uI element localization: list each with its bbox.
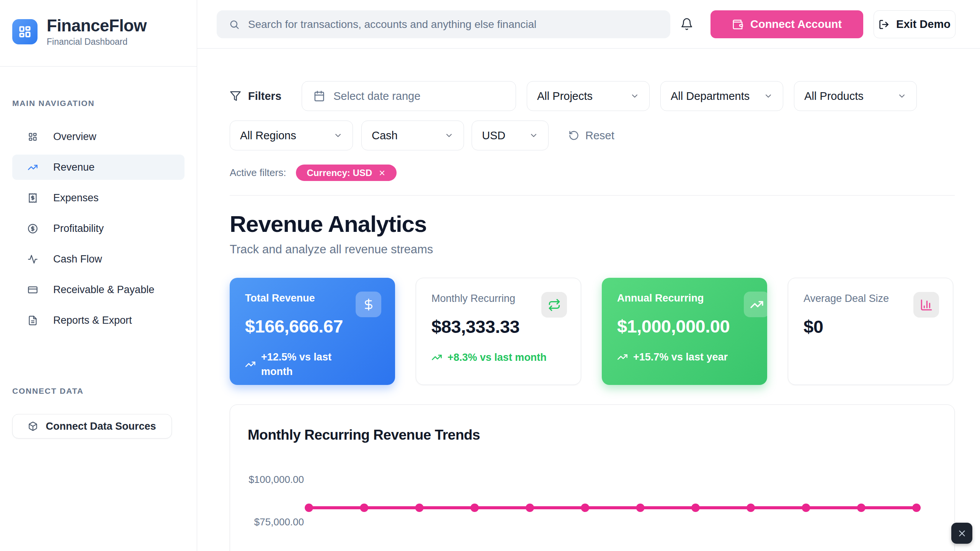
dismiss-demo-button[interactable] bbox=[951, 523, 972, 544]
departments-select[interactable]: All Departments bbox=[660, 81, 783, 111]
exit-demo-button[interactable]: Exit Demo bbox=[874, 10, 956, 38]
sidebar-item-label: Expenses bbox=[53, 192, 99, 204]
cube-icon bbox=[28, 421, 38, 431]
stat-value: $83,333.33 bbox=[431, 316, 565, 337]
reset-label: Reset bbox=[585, 129, 614, 142]
filters-row-2: All Regions Cash USD Reset bbox=[230, 121, 955, 150]
bell-icon bbox=[680, 18, 693, 32]
sidebar-item-profitability[interactable]: Profitability bbox=[12, 216, 185, 241]
filter-chip-label: Currency: USD bbox=[307, 168, 372, 178]
date-range-input[interactable]: Select date range bbox=[302, 81, 516, 111]
dashboard-grid-icon bbox=[28, 132, 38, 142]
data-point-marker[interactable] bbox=[912, 504, 921, 512]
stat-label: Annual Recurring bbox=[617, 292, 752, 304]
brand: FinanceFlow Financial Dashboard bbox=[0, 0, 197, 47]
projects-select[interactable]: All Projects bbox=[527, 81, 650, 111]
data-point-marker[interactable] bbox=[857, 504, 866, 512]
sidebar-item-cash-flow[interactable]: Cash Flow bbox=[12, 246, 185, 272]
reset-filters-button[interactable]: Reset bbox=[568, 129, 614, 142]
sidebar-item-receivable-payable[interactable]: Receivable & Payable bbox=[12, 277, 185, 302]
stat-value: $0 bbox=[804, 316, 938, 337]
search-input[interactable] bbox=[248, 18, 658, 31]
data-point-marker[interactable] bbox=[360, 504, 368, 512]
stat-trend: +15.7% vs last year bbox=[617, 350, 752, 364]
page-title: Revenue Analytics bbox=[230, 211, 955, 237]
stat-value: $1,000,000.00 bbox=[617, 316, 752, 337]
app-title: FinanceFlow bbox=[47, 16, 147, 35]
data-point-marker[interactable] bbox=[746, 504, 755, 512]
stat-value: $166,666.67 bbox=[245, 316, 380, 337]
stat-trend-text: +8.3% vs last month bbox=[448, 350, 547, 365]
stat-trend-text: +12.5% vs last month bbox=[261, 350, 361, 379]
chart-panel: Monthly Recurring Revenue Trends $100,00… bbox=[230, 404, 955, 551]
x-icon[interactable] bbox=[378, 169, 386, 177]
data-point-marker[interactable] bbox=[802, 504, 810, 512]
active-filters-label: Active filters: bbox=[230, 167, 286, 179]
sidebar-item-expenses[interactable]: Expenses bbox=[12, 185, 185, 210]
dollar-sign-icon bbox=[356, 292, 381, 317]
chevron-down-icon bbox=[764, 91, 773, 101]
wallet-icon bbox=[732, 19, 743, 30]
sidebar-item-label: Reports & Export bbox=[53, 315, 132, 326]
stat-cards: Total Revenue $166,666.67 +12.5% vs last… bbox=[230, 278, 955, 385]
currency-select[interactable]: USD bbox=[472, 121, 549, 150]
activity-icon bbox=[28, 254, 38, 264]
nav-section-label: MAIN NAVIGATION bbox=[0, 99, 197, 108]
chevron-down-icon bbox=[529, 131, 538, 140]
x-icon bbox=[957, 528, 967, 538]
calendar-icon bbox=[314, 90, 325, 102]
sidebar-item-label: Profitability bbox=[53, 223, 104, 235]
products-select[interactable]: All Products bbox=[794, 81, 917, 111]
sidebar-item-reports-export[interactable]: Reports & Export bbox=[12, 308, 185, 333]
active-filters-row: Active filters: Currency: USD bbox=[230, 165, 955, 181]
trending-up-icon bbox=[744, 292, 767, 317]
stat-trend: +8.3% vs last month bbox=[431, 350, 565, 365]
stat-card-average-deal-size: Average Deal Size $0 bbox=[788, 278, 953, 385]
trending-up-icon bbox=[617, 352, 628, 362]
exit-demo-label: Exit Demo bbox=[896, 18, 951, 31]
date-range-placeholder: Select date range bbox=[333, 90, 420, 103]
data-point-marker[interactable] bbox=[581, 504, 589, 512]
filters-row-1: Filters Select date range All Projects A… bbox=[230, 81, 955, 111]
data-point-marker[interactable] bbox=[526, 504, 534, 512]
topbar: Connect Account Exit Demo bbox=[197, 0, 980, 49]
search-icon bbox=[229, 19, 240, 30]
data-point-marker[interactable] bbox=[470, 504, 479, 512]
sidebar: FinanceFlow Financial Dashboard MAIN NAV… bbox=[0, 0, 197, 551]
data-point-marker[interactable] bbox=[305, 504, 313, 512]
regions-select-value: All Regions bbox=[240, 129, 296, 142]
data-point-marker[interactable] bbox=[636, 504, 645, 512]
stat-card-annual-recurring: Annual Recurring $1,000,000.00 +15.7% vs… bbox=[602, 278, 767, 385]
receipt-icon bbox=[28, 193, 38, 203]
connect-data-sources-button[interactable]: Connect Data Sources bbox=[12, 414, 172, 439]
sidebar-item-revenue[interactable]: Revenue bbox=[12, 155, 185, 180]
financeflow-app: FinanceFlow Financial Dashboard MAIN NAV… bbox=[0, 0, 980, 551]
payment-type-select[interactable]: Cash bbox=[361, 121, 464, 150]
notifications-button[interactable] bbox=[678, 16, 696, 33]
log-out-icon bbox=[879, 19, 889, 30]
connect-data-sources-label: Connect Data Sources bbox=[46, 421, 156, 432]
app-subtitle: Financial Dashboard bbox=[47, 37, 147, 47]
trending-up-icon bbox=[245, 359, 256, 370]
projects-select-value: All Projects bbox=[537, 90, 593, 103]
main-navigation: Overview Revenue Expenses Profitability … bbox=[0, 124, 197, 333]
currency-select-value: USD bbox=[482, 129, 505, 142]
regions-select[interactable]: All Regions bbox=[230, 121, 353, 150]
stat-trend-text: +15.7% vs last year bbox=[633, 350, 728, 364]
data-point-marker[interactable] bbox=[691, 504, 700, 512]
chevron-down-icon bbox=[630, 91, 639, 101]
file-text-icon bbox=[28, 315, 38, 326]
stat-trend: +12.5% vs last month bbox=[245, 350, 380, 379]
page-subtitle: Track and analyze all revenue streams bbox=[230, 243, 955, 256]
sidebar-item-overview[interactable]: Overview bbox=[12, 124, 185, 149]
line-series bbox=[230, 405, 954, 551]
sidebar-divider bbox=[0, 66, 197, 67]
payment-type-select-value: Cash bbox=[372, 129, 398, 142]
data-point-marker[interactable] bbox=[415, 504, 424, 512]
filter-chip-currency[interactable]: Currency: USD bbox=[296, 165, 397, 181]
filters-head: Filters bbox=[230, 90, 291, 103]
filters-label: Filters bbox=[248, 90, 281, 103]
circle-dollar-icon bbox=[28, 223, 38, 234]
connect-account-button[interactable]: Connect Account bbox=[710, 10, 863, 38]
stat-card-total-revenue: Total Revenue $166,666.67 +12.5% vs last… bbox=[230, 278, 395, 385]
